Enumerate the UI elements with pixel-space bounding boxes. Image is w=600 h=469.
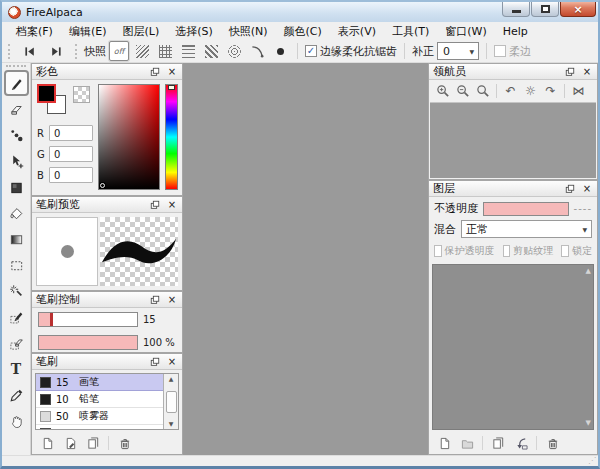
menu-window[interactable]: 窗口(W) <box>437 22 494 41</box>
pen-tool-button[interactable] <box>4 70 29 96</box>
zoom-reset-button[interactable] <box>473 82 492 100</box>
b-input[interactable]: 0 <box>49 167 93 183</box>
minimize-button[interactable] <box>502 2 530 17</box>
rotate-left-button[interactable]: ↶ <box>501 82 520 100</box>
bucket-tool-button[interactable] <box>4 200 29 226</box>
eyedropper-tool-button[interactable] <box>4 382 29 408</box>
foreground-color-swatch[interactable] <box>37 84 56 103</box>
soft-edge-checkbox[interactable] <box>494 45 506 57</box>
g-input[interactable]: 0 <box>49 146 93 162</box>
navigator-preview[interactable] <box>430 102 596 178</box>
hand-tool-button[interactable] <box>4 408 29 434</box>
close-button[interactable]: × <box>560 2 596 17</box>
add-brush-button[interactable] <box>39 435 55 451</box>
correction-dropdown[interactable]: 0 ▼ <box>437 42 479 60</box>
close-panel-button[interactable]: × <box>165 293 179 306</box>
toolbar-grip[interactable] <box>8 44 10 59</box>
menu-layer[interactable]: 图层(L) <box>114 22 167 41</box>
titlebar[interactable]: FireAlpaca × <box>2 2 598 22</box>
duplicate-brush-button[interactable] <box>85 435 101 451</box>
menu-file[interactable]: 档案(F) <box>8 22 61 41</box>
zoom-in-button[interactable] <box>433 82 452 100</box>
delete-brush-button[interactable] <box>116 435 132 451</box>
float-panel-button[interactable] <box>563 182 577 195</box>
snapshot-circles-button[interactable] <box>224 41 244 61</box>
scroll-down-icon[interactable]: ▼ <box>169 421 174 427</box>
lock-checkbox[interactable] <box>561 245 569 257</box>
rotate-right-button[interactable]: ↷ <box>541 82 560 100</box>
magic-wand-tool-button[interactable] <box>4 278 29 304</box>
zoom-out-button[interactable] <box>453 82 472 100</box>
edit-brush-button[interactable] <box>62 435 78 451</box>
brush-size-slider[interactable] <box>38 312 138 327</box>
canvas-area[interactable] <box>183 63 428 455</box>
dot-tool-button[interactable] <box>4 122 29 148</box>
menu-edit[interactable]: 编辑(E) <box>61 22 115 41</box>
redo-button[interactable] <box>44 42 68 61</box>
close-panel-button[interactable]: × <box>580 65 594 78</box>
select-eraser-tool-button[interactable] <box>4 330 29 356</box>
blend-mode-dropdown[interactable]: 正常 ▼ <box>461 220 592 238</box>
close-panel-button[interactable]: × <box>165 355 179 368</box>
brush-list-item[interactable] <box>36 425 163 429</box>
transparent-color-swatch[interactable] <box>73 86 90 103</box>
duplicate-layer-button[interactable] <box>490 435 506 451</box>
menu-select[interactable]: 选择(S) <box>167 22 221 41</box>
snapshot-curve-button[interactable] <box>247 41 267 61</box>
snapshot-lines-button[interactable] <box>178 41 198 61</box>
delete-layer-button[interactable] <box>544 435 560 451</box>
float-panel-button[interactable] <box>148 355 162 368</box>
protect-alpha-checkbox[interactable] <box>434 245 442 257</box>
brush-list-scrollbar[interactable]: ▲ ▼ <box>163 374 178 429</box>
toolstrip-grip[interactable] <box>6 65 26 67</box>
move-tool-button[interactable] <box>4 148 29 174</box>
snapshot-off-button[interactable]: off <box>109 41 129 61</box>
select-tool-button[interactable] <box>4 252 29 278</box>
snapshot-grid-button[interactable] <box>155 41 175 61</box>
saturation-value-picker[interactable] <box>98 84 160 190</box>
brush-size-fill <box>39 313 53 326</box>
add-layer-button[interactable] <box>436 435 452 451</box>
toolbar-grip[interactable] <box>75 44 77 59</box>
text-tool-button[interactable]: T <box>4 356 29 382</box>
brush-list-item[interactable]: 15 画笔 <box>36 374 163 391</box>
hue-slider[interactable] <box>165 84 178 190</box>
layer-opacity-slider[interactable] <box>483 202 569 216</box>
r-input[interactable]: 0 <box>49 125 93 141</box>
float-panel-button[interactable] <box>148 293 162 306</box>
eraser-tool-button[interactable] <box>4 96 29 122</box>
snapshot-hatch-button[interactable] <box>132 41 152 61</box>
menu-view[interactable]: 表示(V) <box>330 22 384 41</box>
snapshot-diagonal-button[interactable] <box>201 41 221 61</box>
layer-list[interactable]: ▲ ▼ <box>432 264 594 430</box>
menu-snapshot[interactable]: 快照(N) <box>221 22 276 41</box>
select-pen-tool-button[interactable] <box>4 304 29 330</box>
scroll-up-icon[interactable]: ▲ <box>586 267 591 275</box>
scroll-thumb[interactable] <box>166 391 177 413</box>
merge-down-button[interactable] <box>513 435 529 451</box>
undo-button[interactable] <box>17 42 41 61</box>
close-panel-button[interactable]: × <box>165 65 179 78</box>
snapshot-dot-button[interactable] <box>270 41 290 61</box>
antialias-checkbox[interactable]: ✓ <box>305 45 317 57</box>
menu-help[interactable]: Help <box>495 23 536 40</box>
clipping-checkbox[interactable] <box>503 245 511 257</box>
scroll-up-icon[interactable]: ▲ <box>169 376 174 382</box>
float-panel-button[interactable] <box>148 65 162 78</box>
float-panel-button[interactable] <box>148 198 162 211</box>
gradient-tool-button[interactable] <box>4 226 29 252</box>
float-panel-button[interactable] <box>563 65 577 78</box>
menu-tool[interactable]: 工具(T) <box>384 22 437 41</box>
flip-horizontal-button[interactable]: ⋈ <box>569 82 588 100</box>
scroll-down-icon[interactable]: ▼ <box>586 419 591 427</box>
add-folder-button[interactable] <box>459 435 475 451</box>
close-panel-button[interactable]: × <box>580 182 594 195</box>
fill-tool-button[interactable] <box>4 174 29 200</box>
brush-list-item[interactable]: 50 喷雾器 <box>36 408 163 425</box>
rotate-reset-button[interactable]: ☼ <box>521 82 540 100</box>
menu-color[interactable]: 颜色(C) <box>276 22 330 41</box>
brush-opacity-slider[interactable] <box>38 335 138 350</box>
close-panel-button[interactable]: × <box>165 198 179 211</box>
brush-list-item[interactable]: 10 铅笔 <box>36 391 163 408</box>
maximize-button[interactable] <box>531 2 559 17</box>
